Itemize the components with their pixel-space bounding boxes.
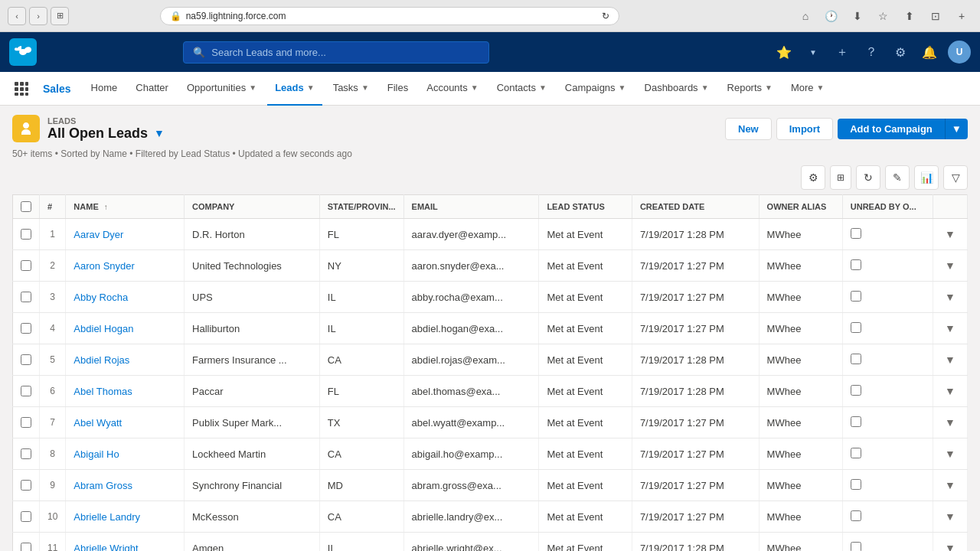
nav-dashboards[interactable]: Dashboards ▼ [637, 72, 717, 106]
th-select-all[interactable] [13, 195, 40, 219]
th-status[interactable]: LEAD STATUS [539, 195, 632, 219]
row-checkbox-cell[interactable] [13, 250, 40, 282]
lead-name-link[interactable]: Abel Thomas [74, 386, 132, 397]
row-checkbox-cell[interactable] [13, 501, 40, 533]
lead-name-link[interactable]: Aaron Snyder [74, 260, 135, 272]
unread-checkbox[interactable] [851, 448, 861, 458]
lead-name-link[interactable]: Aarav Dyer [74, 229, 123, 240]
column-chooser-button[interactable]: ⊞ [830, 165, 851, 190]
nav-files[interactable]: Files [380, 72, 416, 106]
th-email[interactable]: EMAIL [403, 195, 539, 219]
chart-button[interactable]: 📊 [914, 165, 939, 190]
unread-checkbox[interactable] [851, 385, 861, 396]
tab-button[interactable]: ⊞ [51, 7, 69, 25]
notifications-icon[interactable]: 🔔 [919, 41, 940, 63]
row-action-dropdown-button[interactable]: ▼ [941, 225, 959, 243]
unread-checkbox[interactable] [851, 479, 861, 490]
row-action-dropdown-button[interactable]: ▼ [941, 382, 959, 400]
row-checkbox-cell[interactable] [13, 344, 40, 376]
row-checkbox-cell[interactable] [13, 219, 40, 250]
row-checkbox[interactable] [21, 292, 31, 302]
row-action-dropdown-button[interactable]: ▼ [941, 539, 959, 551]
home-icon[interactable]: ⌂ [795, 5, 816, 27]
row-checkbox-cell[interactable] [13, 376, 40, 407]
row-action-dropdown-button[interactable]: ▼ [941, 445, 959, 463]
lead-name-link[interactable]: Abigail Ho [74, 448, 119, 460]
nav-chatter[interactable]: Chatter [128, 72, 176, 106]
lead-name-link[interactable]: Abram Gross [74, 480, 132, 491]
nav-home[interactable]: Home [83, 72, 126, 106]
row-checkbox[interactable] [21, 386, 31, 396]
row-checkbox[interactable] [21, 229, 31, 240]
new-button[interactable]: New [725, 118, 772, 140]
lead-name-link[interactable]: Abdiel Hogan [74, 323, 133, 334]
row-action-dropdown-button[interactable]: ▼ [941, 288, 959, 306]
fullscreen-icon[interactable]: ⊡ [925, 5, 946, 27]
favorites-dropdown-icon[interactable]: ▼ [802, 41, 824, 63]
row-checkbox[interactable] [21, 511, 31, 522]
row-action-dropdown-button[interactable]: ▼ [941, 350, 959, 369]
row-checkbox-cell[interactable] [13, 407, 40, 439]
address-bar[interactable]: 🔒 na59.lightning.force.com ↻ [160, 7, 619, 25]
nav-opportunities[interactable]: Opportunities ▼ [179, 72, 264, 106]
app-launcher-icon[interactable] [9, 77, 34, 101]
row-checkbox-cell[interactable] [13, 313, 40, 344]
share-icon[interactable]: ⬆ [899, 5, 920, 27]
lead-name-link[interactable]: Abdiel Rojas [74, 354, 129, 366]
row-action-dropdown-button[interactable]: ▼ [941, 256, 959, 275]
nav-tasks[interactable]: Tasks ▼ [325, 72, 377, 106]
sf-logo[interactable] [9, 38, 37, 66]
unread-checkbox[interactable] [851, 322, 861, 333]
lead-name-link[interactable]: Abrielle Wright [74, 543, 138, 552]
row-action-dropdown-button[interactable]: ▼ [941, 476, 959, 494]
reload-icon[interactable]: ↻ [602, 11, 609, 21]
add-icon[interactable]: ＋ [831, 41, 853, 63]
th-unread[interactable]: UNREAD BY O... [842, 195, 933, 219]
unread-checkbox[interactable] [851, 354, 861, 364]
row-checkbox-cell[interactable] [13, 439, 40, 470]
help-icon[interactable]: ？ [861, 41, 882, 63]
unread-checkbox[interactable] [851, 259, 861, 270]
row-checkbox[interactable] [21, 260, 31, 271]
bookmark-icon[interactable]: ☆ [873, 5, 894, 27]
filter-button[interactable]: ▽ [943, 165, 968, 190]
row-checkbox[interactable] [21, 354, 31, 365]
nav-reports[interactable]: Reports ▼ [720, 72, 780, 106]
forward-button[interactable]: › [29, 7, 47, 25]
select-all-checkbox[interactable] [21, 201, 31, 212]
row-action-dropdown-button[interactable]: ▼ [941, 507, 959, 526]
row-action-dropdown-button[interactable]: ▼ [941, 319, 959, 337]
row-checkbox[interactable] [21, 417, 31, 428]
unread-checkbox[interactable] [851, 510, 861, 521]
nav-accounts[interactable]: Accounts ▼ [419, 72, 485, 106]
unread-checkbox[interactable] [851, 416, 861, 427]
history-icon[interactable]: 🕐 [821, 5, 842, 27]
th-owner[interactable]: OWNER ALIAS [759, 195, 842, 219]
row-checkbox[interactable] [21, 323, 31, 334]
unread-checkbox[interactable] [851, 542, 861, 552]
nav-contacts[interactable]: Contacts ▼ [489, 72, 554, 106]
favorites-icon[interactable]: ⭐ [773, 41, 795, 63]
lead-name-link[interactable]: Abel Wyatt [74, 417, 122, 429]
add-to-campaign-dropdown-button[interactable]: ▼ [945, 119, 968, 139]
lead-name-link[interactable]: Abby Rocha [74, 292, 128, 303]
th-state[interactable]: STATE/PROVIN... [319, 195, 403, 219]
th-name[interactable]: NAME ↑ [66, 195, 185, 219]
back-button[interactable]: ‹ [8, 7, 26, 25]
edit-button[interactable]: ✎ [885, 165, 910, 190]
downloads-icon[interactable]: ⬇ [847, 5, 868, 27]
refresh-button[interactable]: ↻ [856, 165, 880, 190]
list-view-dropdown-button[interactable]: ▼ [152, 126, 166, 141]
nav-leads[interactable]: Leads ▼ [267, 72, 322, 106]
lead-name-link[interactable]: Abrielle Landry [74, 511, 140, 523]
row-action-dropdown-button[interactable]: ▼ [941, 413, 959, 432]
avatar[interactable]: U [948, 41, 971, 64]
unread-checkbox[interactable] [851, 291, 861, 302]
import-button[interactable]: Import [776, 118, 833, 140]
search-bar[interactable]: 🔍 Search Leads and more... [183, 41, 489, 64]
settings-icon[interactable]: ⚙ [890, 41, 911, 63]
row-checkbox[interactable] [21, 448, 31, 459]
unread-checkbox[interactable] [851, 228, 861, 239]
add-to-campaign-button[interactable]: Add to Campaign [838, 119, 945, 139]
table-settings-button[interactable]: ⚙ [801, 165, 825, 190]
